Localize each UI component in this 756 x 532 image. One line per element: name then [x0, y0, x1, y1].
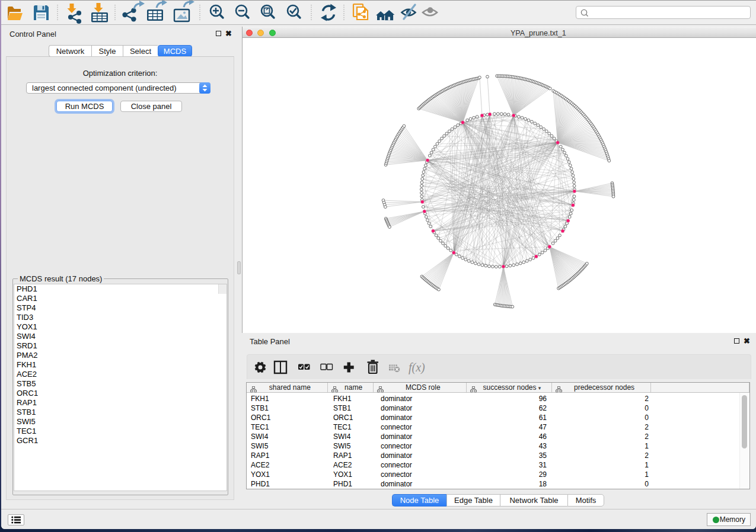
svg-text:f(x): f(x) — [409, 361, 425, 374]
